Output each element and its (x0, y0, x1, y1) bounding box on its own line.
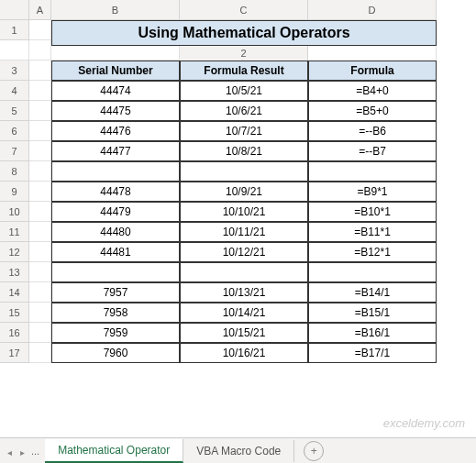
select-all-corner[interactable] (0, 0, 29, 20)
cell-c14[interactable]: 10/13/21 (180, 282, 308, 303)
cell-a6[interactable] (29, 121, 51, 141)
cell-c11[interactable]: 10/11/21 (180, 222, 308, 242)
cell-a13[interactable] (29, 262, 51, 282)
cell-d12[interactable]: =B12*1 (308, 242, 437, 262)
cell-c12[interactable]: 10/12/21 (180, 242, 308, 262)
watermark-text: exceldemy.com (383, 416, 465, 430)
cell-a12[interactable] (29, 242, 51, 262)
cell-c13[interactable] (180, 262, 308, 282)
cell-a15[interactable] (29, 303, 51, 323)
row-header-9[interactable]: 9 (0, 182, 29, 202)
tab-mathematical-operator[interactable]: Mathematical Operator (45, 439, 183, 463)
cell-a8[interactable] (29, 161, 51, 182)
cell-a10[interactable] (29, 202, 51, 222)
cell-a3[interactable] (29, 61, 51, 81)
cell-d8[interactable] (308, 161, 437, 182)
row-header-13[interactable]: 13 (0, 262, 29, 282)
cell-c6[interactable]: 10/7/21 (180, 121, 308, 141)
cell-b16[interactable]: 7959 (51, 323, 180, 343)
cell-a4[interactable] (29, 81, 51, 101)
row-header-4[interactable]: 4 (0, 81, 29, 101)
col-header-d[interactable]: D (308, 0, 437, 20)
row-header-11[interactable]: 11 (0, 222, 29, 242)
cell-c7[interactable]: 10/8/21 (180, 141, 308, 161)
cell-c8[interactable] (180, 161, 308, 182)
row-header-17[interactable]: 17 (0, 343, 29, 363)
cell-c17[interactable]: 10/16/21 (180, 343, 308, 363)
cell-c4[interactable]: 10/5/21 (180, 81, 308, 101)
cell-c5[interactable]: 10/6/21 (180, 101, 308, 121)
cell-b15[interactable]: 7958 (51, 303, 180, 323)
cell-d11[interactable]: =B11*1 (308, 222, 437, 242)
tab-vba-macro-code[interactable]: VBA Macro Code (183, 440, 294, 462)
cell-b4[interactable]: 44474 (51, 81, 180, 101)
sheet-nav-buttons: ◂ ▸ (4, 445, 28, 459)
cell-d7[interactable]: =--B7 (308, 141, 437, 161)
row-header-6[interactable]: 6 (0, 121, 29, 141)
cell-c15[interactable]: 10/14/21 (180, 303, 308, 323)
cell-b12[interactable]: 44481 (51, 242, 180, 262)
cell-b13[interactable] (51, 262, 180, 282)
row-header-1[interactable]: 1 (0, 20, 29, 40)
plus-icon: + (311, 445, 317, 457)
add-sheet-button[interactable]: + (304, 441, 324, 461)
row-header-15[interactable]: 15 (0, 303, 29, 323)
cell-d4[interactable]: =B4+0 (308, 81, 437, 101)
spreadsheet-grid: A B C D 1 2 Using Mathematical Operators… (0, 0, 476, 363)
row-header-8[interactable]: 8 (0, 161, 29, 182)
cell-a17[interactable] (29, 343, 51, 363)
col-header-a[interactable]: A (29, 0, 51, 20)
cell-d14[interactable]: =B14/1 (308, 282, 437, 303)
tab-nav-ellipsis[interactable]: ... (26, 446, 45, 457)
sheet-tabs-bar: ... Mathematical Operator VBA Macro Code… (0, 437, 476, 463)
cell-a9[interactable] (29, 182, 51, 202)
header-result[interactable]: Formula Result (180, 61, 308, 81)
cell-b14[interactable]: 7957 (51, 282, 180, 303)
row-header-12[interactable]: 12 (0, 242, 29, 262)
cell-b9[interactable]: 44478 (51, 182, 180, 202)
row-header-5[interactable]: 5 (0, 101, 29, 121)
cell-c10[interactable]: 10/10/21 (180, 202, 308, 222)
cell-d16[interactable]: =B16/1 (308, 323, 437, 343)
cell-b11[interactable]: 44480 (51, 222, 180, 242)
cell-c9[interactable]: 10/9/21 (180, 182, 308, 202)
cell-d17[interactable]: =B17/1 (308, 343, 437, 363)
col-header-b[interactable]: B (51, 0, 180, 20)
cell-b6[interactable]: 44476 (51, 121, 180, 141)
row-header-10[interactable]: 10 (0, 202, 29, 222)
cell-b7[interactable]: 44477 (51, 141, 180, 161)
cell-d9[interactable]: =B9*1 (308, 182, 437, 202)
cell-b8[interactable] (51, 161, 180, 182)
cell-c1[interactable] (29, 40, 51, 61)
cell-b17[interactable]: 7960 (51, 343, 180, 363)
cell-a1[interactable] (29, 20, 51, 40)
row-header-3[interactable]: 3 (0, 61, 29, 81)
row-header-7[interactable]: 7 (0, 141, 29, 161)
cell-b1[interactable] (0, 40, 29, 61)
cell-d13[interactable] (308, 262, 437, 282)
cell-a7[interactable] (29, 141, 51, 161)
cell-d6[interactable]: =--B6 (308, 121, 437, 141)
row-header-16[interactable]: 16 (0, 323, 29, 343)
header-serial[interactable]: Serial Number (51, 61, 180, 81)
cell-d10[interactable]: =B10*1 (308, 202, 437, 222)
cell-a5[interactable] (29, 101, 51, 121)
cell-b5[interactable]: 44475 (51, 101, 180, 121)
nav-right-icon[interactable]: ▸ (17, 445, 28, 459)
cell-d15[interactable]: =B15/1 (308, 303, 437, 323)
nav-left-icon[interactable]: ◂ (4, 445, 15, 459)
cell-a14[interactable] (29, 282, 51, 303)
title-merged-cell[interactable]: Using Mathematical Operators (51, 20, 437, 46)
row-header-14[interactable]: 14 (0, 282, 29, 303)
cell-a16[interactable] (29, 323, 51, 343)
col-header-c[interactable]: C (180, 0, 308, 20)
cell-a11[interactable] (29, 222, 51, 242)
cell-d5[interactable]: =B5+0 (308, 101, 437, 121)
cell-c16[interactable]: 10/15/21 (180, 323, 308, 343)
header-formula[interactable]: Formula (308, 61, 437, 81)
cell-b10[interactable]: 44479 (51, 202, 180, 222)
